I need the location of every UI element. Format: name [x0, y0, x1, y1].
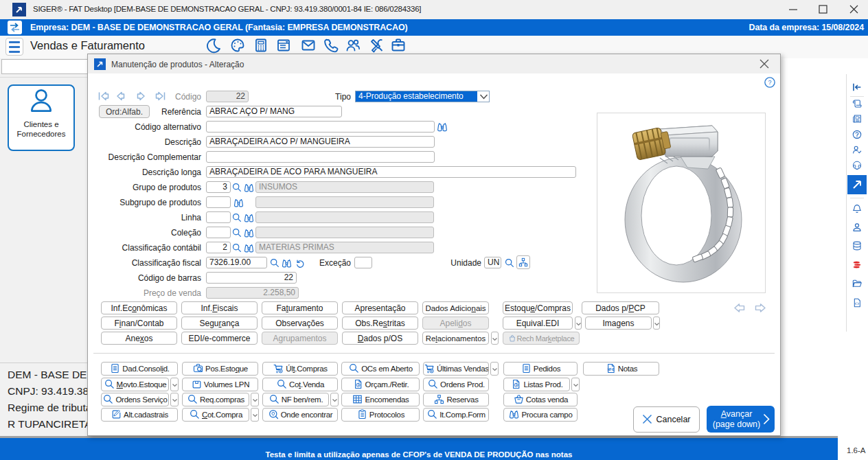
svg-text:NF-E: NF-E	[607, 368, 614, 371]
svg-text:?: ?	[768, 79, 771, 86]
